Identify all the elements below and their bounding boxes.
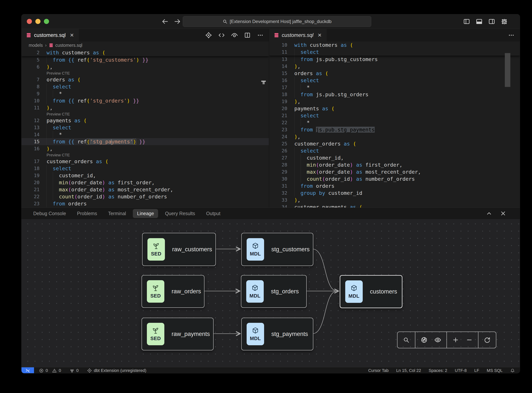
code-line[interactable]: 5 from {{ ref('stg_customers') }} <box>21 56 269 63</box>
status-item-cursor-tab[interactable]: Cursor Tab <box>368 368 388 373</box>
panel-tab-output[interactable]: Output <box>202 209 225 218</box>
codelens-preview-cte-link[interactable]: Preview CTE <box>47 70 70 76</box>
panel-tab-lineage[interactable]: Lineage <box>133 209 158 218</box>
tab-customers-sql-compiled[interactable]: customers.sql ✕ <box>269 29 326 41</box>
code-line[interactable]: 18 from js.pub.stg_orders <box>269 91 520 98</box>
code-line[interactable]: 29 max(order_date) as most_recent_order, <box>269 168 520 175</box>
code-line[interactable]: 14 * <box>21 131 269 138</box>
editor-scrollbar[interactable] <box>505 53 510 87</box>
code-line[interactable]: 30 count(order_id) as number_of_orders <box>269 175 520 182</box>
dbt-extension-status-button[interactable]: dbt Extension (unregistered) <box>87 368 146 373</box>
toggle-panel-button[interactable] <box>475 18 483 25</box>
lineage-visibility-button[interactable] <box>432 334 444 346</box>
code-line[interactable]: 6), <box>21 63 269 70</box>
code-button[interactable] <box>218 32 225 39</box>
command-center[interactable]: [Extension Development Host] jaffle_shop… <box>183 16 371 27</box>
breadcrumb-folder[interactable]: models <box>29 43 43 48</box>
code-line[interactable]: 19 customer_id, <box>21 172 269 179</box>
code-line[interactable]: 15orders as ( <box>269 70 520 77</box>
code-line[interactable]: 22 count(order_id) as number_of_orders <box>21 193 269 200</box>
zoom-in-button[interactable] <box>450 334 462 346</box>
code-line[interactable]: 32 group by customer_id <box>269 189 520 196</box>
lineage-search-button[interactable] <box>400 334 412 346</box>
split-editor-button[interactable] <box>244 32 251 39</box>
zoom-window-button[interactable] <box>44 19 49 24</box>
tab-close-icon[interactable]: ✕ <box>70 32 74 38</box>
remote-indicator-button[interactable] <box>21 367 34 373</box>
code-line[interactable]: 14), <box>269 63 520 70</box>
code-editor-compiled[interactable]: 10with customers as (11 select 13 from j… <box>269 41 520 207</box>
code-line[interactable]: 10 from {{ ref('stg_orders') }} <box>21 97 269 104</box>
notifications-bell-button[interactable] <box>510 368 515 373</box>
code-line[interactable]: 20 min(order_date) as first_order, <box>21 179 269 186</box>
toggle-secondary-sidebar-button[interactable] <box>488 18 495 25</box>
codelens-preview-cte-link[interactable]: Preview CTE <box>47 111 70 117</box>
code-line[interactable]: 16), <box>21 145 269 152</box>
code-line[interactable]: 16 select <box>269 77 520 84</box>
code-line[interactable]: 23 from js.pub.stg_payments <box>269 126 520 133</box>
code-line[interactable]: 17 * <box>269 84 520 91</box>
lineage-node-stg_payments[interactable]: MDLstg_payments <box>241 318 313 350</box>
code-line[interactable]: 26 select <box>269 147 520 154</box>
code-line[interactable]: 22 * <box>269 119 520 126</box>
code-line[interactable]: 9 * <box>21 90 269 97</box>
settings-button[interactable] <box>500 18 508 25</box>
code-line[interactable]: 25customer_orders as ( <box>269 140 520 147</box>
refresh-button[interactable] <box>481 334 493 346</box>
nav-forward-button[interactable] <box>174 18 181 25</box>
code-line[interactable]: 20payments as ( <box>269 105 520 112</box>
status-item-utf-8[interactable]: UTF-8 <box>455 368 467 373</box>
status-item-spaces-2[interactable]: Spaces: 2 <box>429 368 447 373</box>
lineage-node-customers[interactable]: MDLcustomers <box>340 275 403 308</box>
minimize-window-button[interactable] <box>35 19 40 24</box>
code-line[interactable]: 23 from orders <box>21 200 269 207</box>
tab-close-icon[interactable]: ✕ <box>318 32 322 38</box>
zoom-out-button[interactable] <box>463 334 475 346</box>
more-button[interactable] <box>508 32 515 39</box>
preview-button[interactable] <box>231 32 238 39</box>
nav-back-button[interactable] <box>161 18 169 25</box>
code-line[interactable]: 7orders as ( <box>21 76 269 83</box>
lineage-node-raw_customers[interactable]: SEDraw_customers <box>142 233 216 266</box>
code-line[interactable]: 34customer_payments as ( <box>269 204 520 207</box>
more-button[interactable] <box>257 32 264 39</box>
code-line[interactable]: 24), <box>269 133 520 140</box>
code-line[interactable]: 11), <box>21 104 269 111</box>
breadcrumb-file[interactable]: customers.sql <box>49 43 82 48</box>
status-item-lf[interactable]: LF <box>474 368 479 373</box>
lineage-node-stg_customers[interactable]: MDLstg_customers <box>241 233 313 266</box>
toggle-primary-sidebar-button[interactable] <box>463 18 470 25</box>
status-item-ms-sql[interactable]: MS SQL <box>487 368 503 373</box>
tab-customers-sql[interactable]: customers.sql ✕ <box>21 29 79 41</box>
ports-status-button[interactable]: 0 <box>70 368 79 373</box>
lineage-snapshot-button[interactable] <box>418 334 430 346</box>
maximize-panel-button[interactable] <box>486 210 493 217</box>
lineage-node-stg_orders[interactable]: MDLstg_orders <box>241 275 307 308</box>
code-line[interactable]: 13 select <box>21 124 269 131</box>
lineage-canvas[interactable]: SEDraw_customersMDLstg_customersSEDraw_o… <box>21 219 520 367</box>
code-editor-source[interactable]: 2with customers as ( 5 from {{ ref('stg_… <box>21 49 269 207</box>
code-line[interactable]: 13 from js.pub.stg_customers <box>269 56 520 63</box>
titlebar[interactable]: [Extension Development Host] jaffle_shop… <box>21 14 520 29</box>
problems-status-button[interactable]: 0 0 <box>39 368 61 373</box>
code-line[interactable]: 17customer_orders as ( <box>21 158 269 165</box>
close-window-button[interactable] <box>27 19 32 24</box>
code-line[interactable]: 11 select <box>269 49 520 55</box>
status-item-ln-15-col-22[interactable]: Ln 15, Col 22 <box>396 368 421 373</box>
code-line[interactable]: 31 from orders <box>269 182 520 189</box>
lineage-node-raw_orders[interactable]: SEDraw_orders <box>142 275 204 308</box>
dbt-button[interactable] <box>205 32 212 39</box>
code-line[interactable]: 28 min(order_date) as first_order, <box>269 161 520 168</box>
code-line[interactable]: 27 customer_id, <box>269 154 520 161</box>
close-panel-button[interactable] <box>500 210 507 217</box>
panel-tab-query-results[interactable]: Query Results <box>161 209 199 218</box>
code-line[interactable]: 18 select <box>21 165 269 172</box>
panel-tab-debug-console[interactable]: Debug Console <box>29 209 70 218</box>
codelens-preview-cte-link[interactable]: Preview CTE <box>47 152 70 158</box>
lineage-node-raw_payments[interactable]: SEDraw_payments <box>142 318 214 350</box>
code-line[interactable]: 15 from {{ ref('stg_payments') }} <box>21 138 269 145</box>
panel-tab-terminal[interactable]: Terminal <box>104 209 130 218</box>
code-line[interactable]: 21 max(order_date) as most_recent_order, <box>21 186 269 193</box>
code-line[interactable]: 33), <box>269 196 520 204</box>
code-line[interactable]: 12payments as ( <box>21 117 269 124</box>
